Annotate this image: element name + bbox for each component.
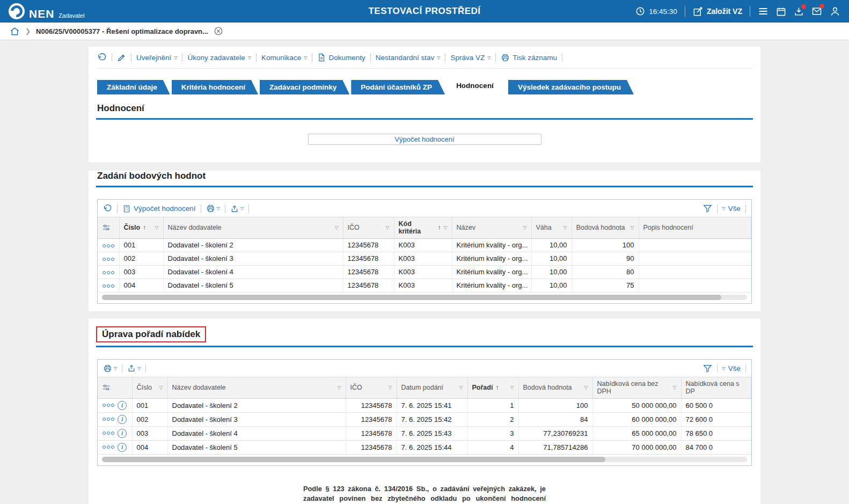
col-header-popis-hodnoceni[interactable]: Popis hodnocení [639,217,751,239]
cell-ico: 12345678 [346,426,397,440]
column-settings-header[interactable] [98,377,132,398]
filter-caret-icon[interactable]: ▽ [510,385,514,390]
filter-caret-icon[interactable]: ▽ [631,225,634,230]
vse-link[interactable]: ▽ Vše [722,364,741,372]
calendar-button[interactable] [776,6,786,17]
table-row[interactable]: i004Dodavatel - školení 5123456787. 6. 2… [98,440,751,454]
menu-button[interactable] [758,6,769,17]
breadcrumb-record[interactable]: N006/25/V00005377 - Řešení optimalizace … [36,27,208,35]
col-header-vaha[interactable]: Váha▽ [531,217,572,239]
filter-caret-icon[interactable]: ▽ [335,225,339,230]
filter-caret-icon[interactable]: ▽ [338,385,341,390]
toolbar-item-ukony-zadavatele[interactable]: Úkony zadavatele ▽ [187,54,251,62]
refresh-button[interactable] [97,53,107,62]
tab-vysledek-zadavaciho-postupu[interactable]: Výsledek zadávacího postupu [508,80,634,94]
col-header-nazev[interactable]: Název▽ [452,217,531,239]
separator [495,53,496,62]
row-menu-icon[interactable] [103,432,114,435]
cell-popis-hodnoceni [639,279,751,292]
col-header-poradi[interactable]: Pořadí↑▽ [467,377,518,398]
table-row[interactable]: i003Dodavatel - školení 4123456787. 6. 2… [98,426,751,440]
toolbar-item-dokumenty[interactable]: Dokumenty [317,53,365,62]
tab-zakladni-udaje[interactable]: Základní údaje [97,80,170,94]
column-settings-header[interactable] [98,217,119,239]
col-header-bodova-hodnota[interactable]: Bodová hodnota▽ [518,377,592,398]
filter-caret-icon[interactable]: ▽ [584,385,588,390]
table-row[interactable]: i001Dodavatel - školení 2123456787. 6. 2… [98,398,751,412]
grid-vypocet-hodnoceni-link[interactable]: Výpočet hodnocení [122,204,196,213]
create-vz-label: Založit VZ [707,7,742,16]
row-menu-icon[interactable] [103,284,114,288]
cell-cislo: 004 [132,440,167,454]
print-menu-button[interactable]: ▽ [206,204,220,213]
row-info-icon[interactable]: i [118,415,127,424]
filter-caret-icon[interactable]: ▽ [389,385,392,390]
filter-caret-icon[interactable]: ▽ [444,225,448,230]
col-header-bodova-hodnota[interactable]: Bodová hodnota▽ [572,217,639,239]
refresh-button[interactable] [103,204,112,213]
edit-button[interactable] [117,53,126,62]
table-header-row: Číslo▽ Název dodavatele▽ IČO▽ Datum podá… [98,377,751,398]
col-header-cislo[interactable]: Číslo↑▽ [119,217,163,239]
tab-zadavaci-podminky[interactable]: Zadávací podmínky [260,80,349,94]
toolbar-item-komunikace[interactable]: Komunikace ▽ [261,54,307,62]
horizontal-scrollbar[interactable] [102,457,747,462]
cell-vaha: 10,00 [531,238,572,252]
tab-podani-ucastniku-zp[interactable]: Podání účastníků ZP [351,80,445,94]
table-row[interactable]: 002Dodavatel - školení 312345678K003Krit… [98,252,751,265]
vse-link[interactable]: ▽ Vše [722,204,741,213]
filter-caret-icon[interactable]: ▽ [155,225,159,230]
row-menu-icon[interactable] [103,271,114,274]
filter-caret-icon[interactable]: ▽ [523,225,527,230]
filter-caret-icon[interactable]: ▽ [563,225,567,230]
user-button[interactable] [830,6,840,17]
table-row[interactable]: 001Dodavatel - školení 212345678K003Krit… [98,238,751,252]
col-header-kod-kriteria[interactable]: Kód kritéria↑▽ [394,217,452,239]
col-header-ico[interactable]: IČO▽ [346,377,397,398]
col-header-nazev-dodavatele[interactable]: Název dodavatele▽ [167,377,346,398]
create-vz-button[interactable]: Založit VZ [693,6,742,17]
filter-caret-icon[interactable]: ▽ [159,385,163,390]
row-menu-icon[interactable] [103,418,114,421]
col-header-cena-bez-dph[interactable]: Nabídková cena bez DPH▽ [592,377,681,398]
filter-button[interactable] [703,364,712,373]
vypocet-hodnoceni-button[interactable]: Výpočet hodnocení [308,134,541,145]
toolbar-item-tisk-zaznamu[interactable]: Tisk záznamu [501,53,557,62]
table-row[interactable]: i002Dodavatel - školení 3123456787. 6. 2… [98,412,751,426]
highlight-box: Úprava pořadí nabídek [96,326,206,342]
row-info-icon[interactable]: i [118,443,127,452]
filter-caret-icon[interactable]: ▽ [459,385,463,390]
col-header-ico[interactable]: IČO▽ [343,217,394,239]
export-menu-button[interactable]: ▽ [127,364,141,372]
table-row[interactable]: 004Dodavatel - školení 512345678K003Krit… [98,279,751,292]
col-header-cena-s-dph[interactable]: Nabídková cena s DP [681,377,751,398]
row-menu-icon[interactable] [103,404,114,407]
toolbar-item-nestandardni-stav[interactable]: Nestandardní stav ▽ [376,54,441,62]
messages-button[interactable] [811,6,822,17]
export-menu-button[interactable]: ▽ [230,204,244,213]
row-menu-icon[interactable] [103,258,114,261]
row-menu-icon[interactable] [103,445,114,449]
toolbar-item-uverejneni[interactable]: Uveřejnění ▽ [136,54,177,62]
cell-ico: 12345678 [343,238,394,252]
filter-caret-icon[interactable]: ▽ [386,225,390,230]
cell-nazev-dodavatele: Dodavatel - školení 4 [167,426,346,440]
horizontal-scrollbar[interactable] [102,295,747,300]
toolbar-item-sprava-vz[interactable]: Správa VZ ▽ [450,54,491,62]
row-info-icon[interactable]: i [118,401,127,410]
downloads-button[interactable] [794,6,804,17]
tab-kriteria-hodnoceni[interactable]: Kritéria hodnocení [172,80,258,94]
home-icon[interactable] [10,26,20,36]
row-menu-icon[interactable] [103,244,114,247]
col-header-cislo[interactable]: Číslo▽ [132,377,167,398]
row-info-icon[interactable]: i [118,429,127,438]
table-row[interactable]: 003Dodavatel - školení 412345678K003Krit… [98,265,751,279]
close-record-icon[interactable] [214,26,223,36]
col-header-nazev-dodavatele[interactable]: Název dodavatele▽ [163,217,343,239]
brand[interactable]: NEN Zadavatel [9,3,85,19]
col-header-datum-podani[interactable]: Datum podání▽ [397,377,467,398]
print-menu-button[interactable]: ▽ [103,364,117,373]
tab-hodnoceni[interactable]: Hodnocení [447,77,507,94]
filter-button[interactable] [703,204,712,213]
filter-caret-icon[interactable]: ▽ [673,385,677,390]
